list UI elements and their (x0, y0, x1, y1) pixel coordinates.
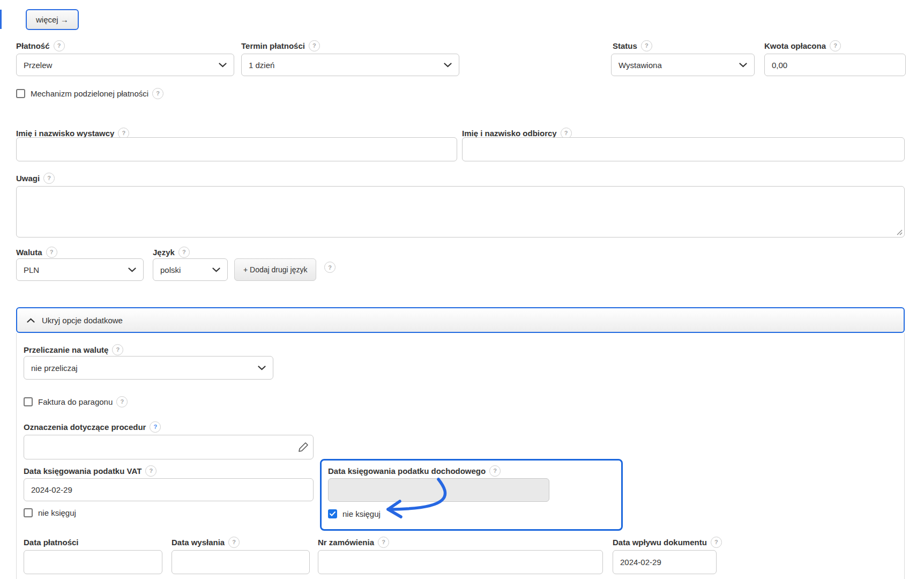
help-icon[interactable]: ? (378, 537, 389, 548)
vat-booking-date-input[interactable] (24, 478, 314, 501)
help-icon[interactable]: ? (112, 344, 123, 355)
help-icon[interactable]: ? (54, 40, 65, 51)
chevron-down-icon (128, 268, 136, 272)
platnosc-select[interactable]: Przelew (16, 54, 234, 76)
issuer-name-label: Imię i nazwisko wystawcy ? (16, 128, 129, 138)
help-icon[interactable]: ? (46, 247, 57, 258)
chevron-down-icon (444, 63, 452, 68)
uwagi-textarea[interactable] (16, 186, 905, 237)
przeliczanie-label-text: Przeliczanie na walutę (24, 345, 108, 354)
status-label-text: Status (613, 41, 637, 50)
oznaczenia-label-text: Oznaczenia dotyczące procedur (24, 422, 146, 432)
jezyk-label-text: Język (153, 248, 175, 257)
kwota-oplacona-label: Kwota opłacona ? (764, 40, 841, 51)
przeliczanie-select[interactable]: nie przeliczaj (24, 356, 273, 380)
nr-zamowienia-input[interactable] (318, 550, 603, 574)
status-label: Status ? (613, 40, 652, 51)
left-edge-focus-sliver (0, 10, 2, 29)
chevron-up-icon (27, 318, 35, 323)
chevron-down-icon (739, 63, 747, 68)
status-select[interactable]: Wystawiona (611, 54, 755, 76)
vat-label-text: Data księgowania podatku VAT (24, 466, 141, 476)
chevron-down-icon (212, 268, 220, 272)
help-icon[interactable]: ? (152, 88, 163, 99)
przeliczanie-label: Przeliczanie na walutę ? (24, 344, 123, 355)
checkmark-icon (330, 511, 336, 516)
faktura-label-text: Faktura do paragonu (38, 397, 113, 406)
hide-additional-options-toggle[interactable]: Ukryj opcje dodatkowe (16, 307, 905, 333)
data-platnosci-label: Data płatności (24, 537, 79, 547)
add-second-language-button[interactable]: + Dodaj drugi język (234, 258, 316, 281)
vat-booking-date-label: Data księgowania podatku VAT ? (24, 465, 157, 476)
income-tax-date-label: Data księgowania podatku dochodowego ? (328, 465, 501, 476)
termin-platnosci-select[interactable]: 1 dzień (241, 54, 459, 76)
recipient-label-text: Imię i nazwisko odbiorcy (462, 129, 557, 138)
pencil-icon[interactable] (298, 442, 309, 452)
oznaczenia-label: Oznaczenia dotyczące procedur ? (24, 421, 161, 432)
split-payment-label-text: Mechanizm podzielonej płatności (31, 89, 148, 98)
kwota-label-text: Kwota opłacona (764, 41, 826, 50)
termin-platnosci-label: Termin płatności ? (241, 40, 320, 51)
platnosc-select-value: Przelew (24, 61, 52, 70)
data-platnosci-input[interactable] (24, 550, 162, 574)
recipient-name-label: Imię i nazwisko odbiorcy ? (462, 128, 572, 138)
jezyk-label: Język ? (153, 247, 190, 257)
help-icon[interactable]: ? (711, 537, 722, 548)
data-wplywu-label: Data wpływu dokumentu ? (613, 537, 722, 547)
waluta-select[interactable]: PLN (16, 258, 144, 281)
help-icon[interactable]: ? (178, 247, 190, 258)
help-icon[interactable]: ? (641, 40, 652, 51)
help-icon[interactable]: ? (324, 262, 336, 273)
data-wyslania-text: Data wysłania (172, 538, 225, 547)
nr-zamowienia-text: Nr zamówienia (318, 538, 374, 547)
chevron-down-icon (219, 63, 227, 68)
status-select-value: Wystawiona (619, 61, 662, 70)
panel-left-border (16, 333, 17, 579)
faktura-do-paragonu-checkbox[interactable] (24, 397, 33, 406)
more-button[interactable]: więcej → (26, 9, 79, 30)
help-icon[interactable]: ? (145, 465, 157, 477)
chevron-down-icon (258, 366, 266, 370)
annotation-arrow-icon (370, 476, 456, 522)
kwota-oplacona-input[interactable] (764, 54, 906, 76)
help-icon[interactable]: ? (309, 40, 320, 51)
issuer-label-text: Imię i nazwisko wystawcy (16, 129, 114, 138)
help-icon[interactable]: ? (150, 421, 161, 433)
income-tax-label-text: Data księgowania podatku dochodowego (328, 466, 486, 476)
issuer-name-input[interactable] (16, 137, 457, 161)
jezyk-select[interactable]: polski (153, 258, 228, 281)
waluta-select-value: PLN (24, 265, 39, 274)
invoice-form-page: więcej → Płatność ? Termin płatności ? S… (0, 0, 924, 579)
help-icon[interactable]: ? (116, 396, 128, 407)
przeliczanie-select-value: nie przeliczaj (31, 363, 78, 373)
platnosc-label-text: Płatność (16, 41, 50, 50)
help-icon[interactable]: ? (830, 40, 841, 51)
vat-nie-ksieguj-label: nie księguj (38, 507, 76, 518)
termin-select-value: 1 dzień (249, 61, 274, 70)
data-wplywu-input[interactable] (613, 550, 717, 574)
help-icon[interactable]: ? (228, 537, 240, 548)
data-wyslania-input[interactable] (172, 550, 310, 574)
waluta-label-text: Waluta (16, 248, 42, 257)
oznaczenia-input[interactable] (24, 435, 314, 459)
vat-nie-ksieguj-text: nie księguj (38, 508, 76, 517)
panel-header-text: Ukryj opcje dodatkowe (42, 316, 123, 325)
vat-nie-ksieguj-checkbox[interactable] (24, 508, 33, 517)
help-icon[interactable]: ? (489, 465, 501, 477)
split-payment-label: Mechanizm podzielonej płatności ? (31, 88, 163, 99)
uwagi-label-text: Uwagi (16, 174, 40, 183)
termin-label-text: Termin płatności (241, 41, 305, 50)
uwagi-label: Uwagi ? (16, 173, 55, 183)
split-payment-checkbox[interactable] (16, 89, 25, 98)
help-icon[interactable]: ? (43, 173, 55, 184)
resize-handle-icon[interactable] (896, 228, 903, 235)
data-platnosci-text: Data płatności (24, 538, 79, 547)
panel-right-border (904, 333, 905, 579)
platnosc-label: Płatność ? (16, 40, 65, 51)
jezyk-select-value: polski (160, 265, 181, 274)
data-wyslania-label: Data wysłania ? (172, 537, 240, 547)
recipient-name-input[interactable] (462, 137, 905, 161)
income-tax-nie-ksieguj-checkbox[interactable] (328, 509, 337, 518)
faktura-do-paragonu-label: Faktura do paragonu ? (38, 396, 128, 407)
data-wplywu-text: Data wpływu dokumentu (613, 538, 707, 547)
